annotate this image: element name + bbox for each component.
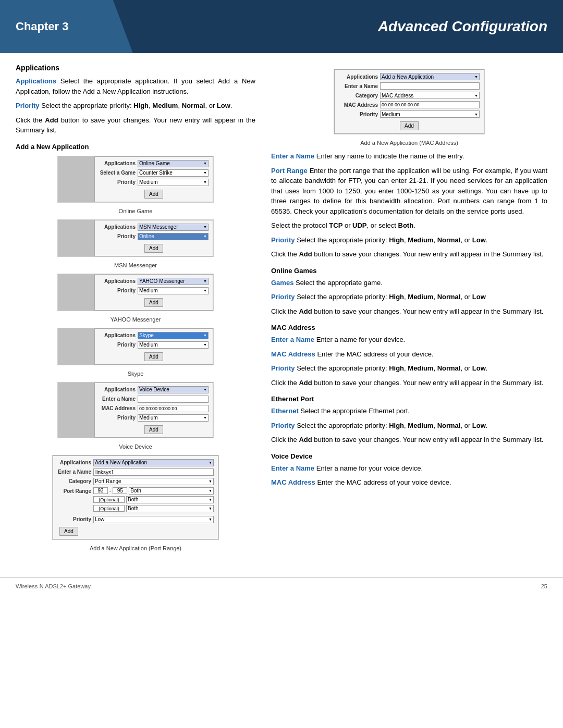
- e-priority-low: Low: [472, 422, 486, 429]
- pr-add-button[interactable]: Add: [59, 527, 78, 536]
- voice-applications-label: Applications: [99, 387, 136, 392]
- g-priority-medium: Medium: [408, 293, 433, 301]
- port2-type-dropdown[interactable]: Both: [126, 496, 214, 503]
- skype-form: Applications Skype Priority Medium Add: [94, 328, 213, 365]
- msn-priority-dropdown[interactable]: Online: [138, 233, 209, 240]
- yahoo-applications-dropdown[interactable]: YAHOO Messenger: [138, 278, 209, 285]
- msn-caption: MSN Messenger: [16, 262, 255, 268]
- port-range-row1: 93 - 95 Both: [93, 487, 214, 495]
- applications-para1: Applications Select the appropriate appl…: [16, 76, 255, 96]
- screenshot-gray-side-msn: [58, 220, 94, 256]
- mac-priority-dropdown[interactable]: Medium: [380, 110, 480, 118]
- voice-enter-name-para: Enter a Name Enter a name for your voice…: [271, 463, 547, 474]
- mac-category-label: Category: [339, 93, 378, 98]
- eth-priority-para: Priority Select the appropriate priority…: [271, 421, 547, 431]
- pr-category-dropdown[interactable]: Port Range: [93, 478, 214, 485]
- applications-heading: Applications: [16, 64, 255, 72]
- msn-applications-label: Applications: [99, 224, 136, 230]
- pr-priority-dropdown[interactable]: Low: [93, 516, 214, 523]
- page-footer: Wireless-N ADSL2+ Gateway 25: [0, 577, 563, 595]
- portrange-screenshot: Applications Add a New Application Enter…: [16, 455, 255, 551]
- mac-name-input[interactable]: [380, 82, 480, 90]
- voice-mac-label: MAC Address: [99, 405, 136, 411]
- voice-applications-dropdown[interactable]: Voice Device: [138, 386, 209, 393]
- add-button[interactable]: Add: [144, 190, 163, 199]
- mac-applications-dropdown[interactable]: Add a New Application: [380, 73, 480, 80]
- yahoo-applications-label: Applications: [99, 278, 136, 284]
- voice-enter-name-label: Enter a Name: [99, 396, 136, 402]
- priority-dropdown[interactable]: Medium: [138, 179, 209, 186]
- voice-name-input[interactable]: [138, 396, 209, 403]
- chapter-label: Chapter 3: [0, 0, 133, 53]
- priority-para: Priority Select the appropriate priority…: [16, 101, 255, 111]
- skype-screenshot: Applications Skype Priority Medium Add S…: [16, 328, 255, 377]
- page-title: Advanced Configuration: [378, 18, 547, 35]
- games-para: Games Select the appropriate game.: [271, 278, 547, 288]
- enter-name2-para: Enter a Name Enter a name for your devic…: [271, 335, 547, 345]
- port1-from[interactable]: 93: [93, 487, 108, 494]
- voice-mac-input[interactable]: 00:00:00:00:00:00: [138, 405, 209, 412]
- both-keyword: Both: [398, 221, 414, 229]
- games-kw: Games: [271, 279, 293, 287]
- games-priority-kw: Priority: [271, 293, 295, 301]
- priority-low: Low: [217, 102, 230, 109]
- r-priority-medium: Medium: [408, 236, 433, 244]
- right-click-add-para: Click the Add button to save your change…: [271, 249, 547, 260]
- footer-left: Wireless-N ADSL2+ Gateway: [16, 583, 91, 589]
- left-column: Applications Applications Select the app…: [16, 64, 255, 557]
- port1-type-dropdown[interactable]: Both: [129, 487, 214, 495]
- udp-keyword: UDP: [352, 221, 366, 229]
- mac-category-dropdown[interactable]: MAC Address: [380, 92, 480, 99]
- port3-type-dropdown[interactable]: Both: [126, 505, 214, 512]
- port2-optional[interactable]: (Optional): [93, 496, 125, 503]
- add-keyword: Add: [45, 116, 58, 124]
- port3-optional[interactable]: (Optional): [93, 505, 125, 512]
- voice-priority-dropdown[interactable]: Medium: [138, 414, 209, 422]
- pr-name-input[interactable]: linksys1: [93, 468, 214, 476]
- form-applications-label: Applications: [99, 161, 136, 166]
- ethernet-kw: Ethernet: [271, 407, 299, 415]
- pr-portrange-label: Port Range: [57, 487, 91, 494]
- screenshot-gray-side: [58, 156, 94, 202]
- msn-applications-dropdown[interactable]: MSN Messenger: [138, 224, 209, 231]
- right-priority-para: Priority Select the appropriate priority…: [271, 235, 547, 245]
- yahoo-add-button[interactable]: Add: [144, 298, 163, 307]
- m-priority-low: Low: [472, 364, 486, 372]
- pr-applications-label: Applications: [57, 460, 91, 465]
- page-title-area: Advanced Configuration: [133, 0, 563, 53]
- enter-name-kw: Enter a Name: [271, 152, 314, 160]
- voice-mac-para: MAC Address Enter the MAC address of you…: [271, 477, 547, 488]
- yahoo-priority-dropdown[interactable]: Medium: [138, 287, 209, 294]
- tcp-keyword: TCP: [329, 221, 342, 229]
- applications-dropdown[interactable]: Online Game: [138, 160, 209, 167]
- msn-add-button[interactable]: Add: [144, 244, 163, 253]
- voice-enter-name-kw: Enter a Name: [271, 464, 314, 472]
- mac-priority-label: Priority: [339, 112, 378, 117]
- skype-applications-dropdown[interactable]: Skype: [138, 332, 209, 339]
- pr-applications-dropdown[interactable]: Add a New Application: [93, 459, 214, 466]
- mac-add-button[interactable]: Add: [400, 121, 419, 130]
- skype-priority-dropdown[interactable]: Medium: [138, 341, 209, 349]
- footer-page-number: 25: [541, 583, 547, 589]
- port1-to[interactable]: 95: [113, 487, 127, 494]
- right-priority-kw: Priority: [271, 236, 295, 244]
- mac-priority-para: Priority Select the appropriate priority…: [271, 363, 547, 374]
- voice-mac-kw: MAC Address: [271, 478, 315, 486]
- r-add-keyword: Add: [299, 250, 312, 258]
- chapter-text: Chapter 3: [16, 20, 68, 33]
- mac-macaddr-input[interactable]: 00:00:00:00:00:00: [380, 101, 480, 108]
- yahoo-caption: YAHOO Messenger: [16, 316, 255, 323]
- voice-form: Applications Voice Device Enter a Name M…: [94, 382, 213, 438]
- voice-add-button[interactable]: Add: [144, 425, 163, 434]
- select-game-dropdown[interactable]: Counter Strike: [138, 169, 209, 177]
- g-priority-low: Low: [472, 293, 486, 301]
- mac-address-desc-para: MAC Address Enter the MAC address of you…: [271, 349, 547, 360]
- portrange-form: Applications Add a New Application Enter…: [53, 455, 218, 539]
- g-priority-normal: Normal: [437, 293, 461, 301]
- voice-caption: Voice Device: [16, 443, 255, 450]
- click-add-para: Click the Add button to save your change…: [16, 115, 255, 135]
- priority-high: High: [133, 102, 149, 109]
- mac-macaddr-label: MAC Address: [339, 102, 378, 108]
- skype-add-button[interactable]: Add: [144, 352, 163, 361]
- m-add-keyword: Add: [299, 379, 312, 387]
